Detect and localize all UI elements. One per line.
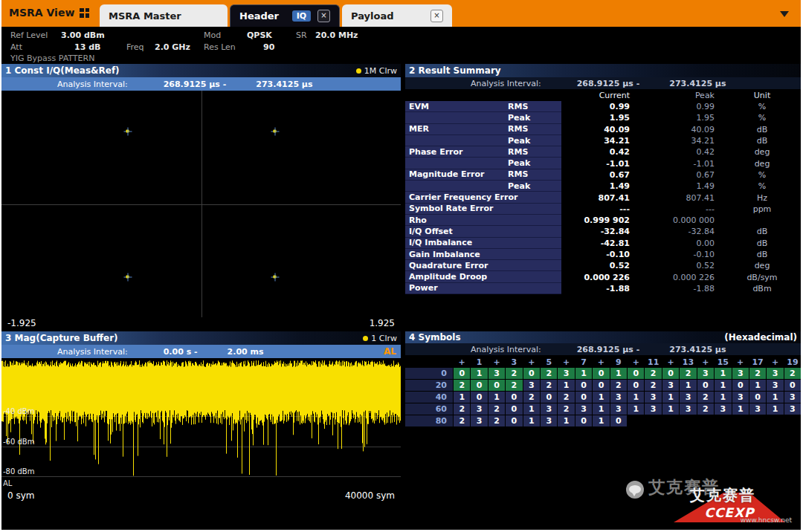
result-unit: % (723, 102, 801, 111)
symbol-cell: 1 (662, 403, 679, 415)
constellation-plot (1, 91, 401, 317)
tab-payload[interactable]: Payload × (342, 4, 452, 27)
symbols-col-header: 15 (715, 357, 731, 367)
app-title: MSRA View (9, 7, 89, 19)
result-current-value: --- (561, 204, 636, 214)
auto-level-badge: AL (384, 346, 396, 357)
channel-settings-bar: Ref Level 3.00 dBm Mod QPSK SR 20.0 MHz … (1, 27, 801, 64)
symbols-col-header: 19 (784, 357, 801, 367)
window-title: 1 Const I/Q(Meas&Ref) (5, 65, 120, 76)
result-row-name: Power (405, 283, 561, 294)
analysis-interval-bar: Analysis Interval: 268.9125 µs - 273.412… (405, 343, 801, 355)
result-row-sublabel: Peak (508, 181, 530, 191)
symbols-col-header: 7 (575, 357, 592, 367)
result-row: Carrier Frequency Error807.41807.41Hz (405, 192, 801, 203)
symbols-row-label: 60 (405, 403, 453, 415)
symbols-titlebar[interactable]: 4 Symbols (Hexadecimal) (405, 331, 801, 343)
result-row-name: Carrier Frequency Error (405, 192, 561, 203)
result-row-label: MER (409, 124, 429, 134)
symbol-cell: 1 (593, 403, 609, 415)
result-unit: dBm (723, 284, 801, 293)
symbol-cell: 1 (558, 380, 574, 391)
result-current-value: 1.49 (561, 181, 636, 191)
mag-window-titlebar[interactable]: 3 Mag(Capture Buffer) 1 Clrw (1, 331, 401, 345)
window-title: 4 Symbols (409, 332, 461, 343)
result-current-value: 34.21 (561, 136, 636, 146)
symbol-cell: 1 (628, 392, 644, 403)
tab-close-icon[interactable]: × (430, 10, 443, 22)
result-row-name: Quadrature Error (405, 260, 561, 271)
result-unit: % (723, 113, 801, 123)
symbol-cell: 2 (784, 368, 801, 379)
result-row-name: Gain Imbalance (405, 249, 561, 260)
result-row-sublabel: Peak (508, 113, 530, 123)
symbols-col-header: + (593, 357, 609, 367)
symbol-cell: 0 (575, 380, 592, 391)
symbol-cell: 0 (523, 368, 540, 379)
symbols-col-header: + (697, 357, 714, 367)
symbol-cell: 3 (715, 403, 731, 415)
constellation-point (124, 127, 132, 135)
tab-msra-master[interactable]: MSRA Master (100, 4, 228, 27)
mod-value: QPSK (247, 30, 272, 40)
symbol-cell: 2 (488, 415, 505, 426)
result-current-value: -1.88 (561, 284, 636, 293)
tab-header[interactable]: Header IQ × (230, 4, 340, 27)
wechat-icon (626, 481, 644, 499)
symbol-cell: 0 (471, 380, 487, 391)
symbol-cell: 0 (784, 380, 801, 391)
symbol-cell: 2 (697, 403, 714, 415)
col-header-current: Current (561, 91, 636, 100)
result-row: Power-1.88-1.88dBm (405, 283, 801, 294)
result-row-label: Symbol Rate Error (409, 204, 493, 213)
symbols-row: 001320231010202313232 (405, 368, 801, 379)
result-row: I/Q Imbalance-42.810.00dB (405, 238, 801, 249)
const-window-titlebar[interactable]: 1 Const I/Q(Meas&Ref) 1M Clrw (1, 64, 401, 77)
result-row: EVMRMS0.990.99% (405, 101, 801, 112)
result-row-sublabel: RMS (508, 147, 528, 157)
mag-tick-label: -80 dBm (3, 467, 34, 476)
constellation-dot (126, 129, 129, 132)
result-unit: dB (723, 125, 801, 134)
result-peak-value: 807.41 (636, 193, 723, 203)
tab-close-icon[interactable]: × (317, 10, 330, 22)
symbols-row-label: 20 (405, 380, 453, 391)
result-current-value: 0.999 902 (561, 215, 636, 225)
result-peak-value: --- (636, 204, 723, 214)
result-row-name: Peak (405, 181, 561, 192)
symbols-table: +1+3+5+7+9+11+13+15+17+19 00132023101020… (405, 355, 801, 431)
symbol-cell-empty (645, 415, 661, 426)
symbols-col-header: + (767, 357, 783, 367)
constellation-point (271, 273, 279, 282)
analysis-interval-label: Analysis Interval: (471, 345, 541, 354)
analysis-interval-bar: Analysis Interval: 268.9125 µs - 273.412… (405, 77, 801, 89)
result-row: Amplitude Droop0.000 2260.000 226dB/sym (405, 271, 801, 282)
mag-x-axis: 0 sym 40000 sym (1, 490, 401, 502)
result-summary-titlebar[interactable]: 2 Result Summary (405, 64, 801, 77)
layout-grid-icon[interactable] (80, 8, 89, 18)
symbol-cell: 3 (749, 403, 766, 415)
symbol-cell: 3 (471, 403, 487, 415)
watermark-brand-overlay: 艾克赛普 (690, 485, 755, 505)
symbol-cell: 1 (523, 415, 540, 426)
result-row: Peak1.491.49% (405, 181, 801, 192)
result-peak-value: 1.95 (636, 113, 723, 123)
col-header-peak: Peak (636, 91, 723, 100)
result-row-name: Symbol Rate Error (405, 204, 561, 215)
symbols-col-header: 3 (506, 357, 522, 367)
result-unit: dB (723, 239, 801, 248)
x-axis-min: 0 sym (7, 490, 35, 501)
res-len-value: 90 (263, 42, 274, 52)
result-row-name: Peak (405, 112, 561, 123)
result-peak-value: 0.00 (636, 239, 723, 248)
result-row-label: I/Q Imbalance (409, 238, 472, 247)
symbol-cell-empty (767, 415, 783, 426)
result-peak-value: -1.88 (636, 284, 723, 293)
result-row-label: Rho (409, 215, 427, 225)
result-row-name: I/Q Imbalance (405, 238, 561, 249)
freq-value: 2.0 GHz (155, 42, 190, 52)
symbol-cell: 2 (523, 392, 540, 403)
result-peak-value: -1.01 (636, 159, 723, 169)
dropdown-caret-icon[interactable] (780, 11, 789, 17)
result-row-name: Rho (405, 215, 561, 226)
